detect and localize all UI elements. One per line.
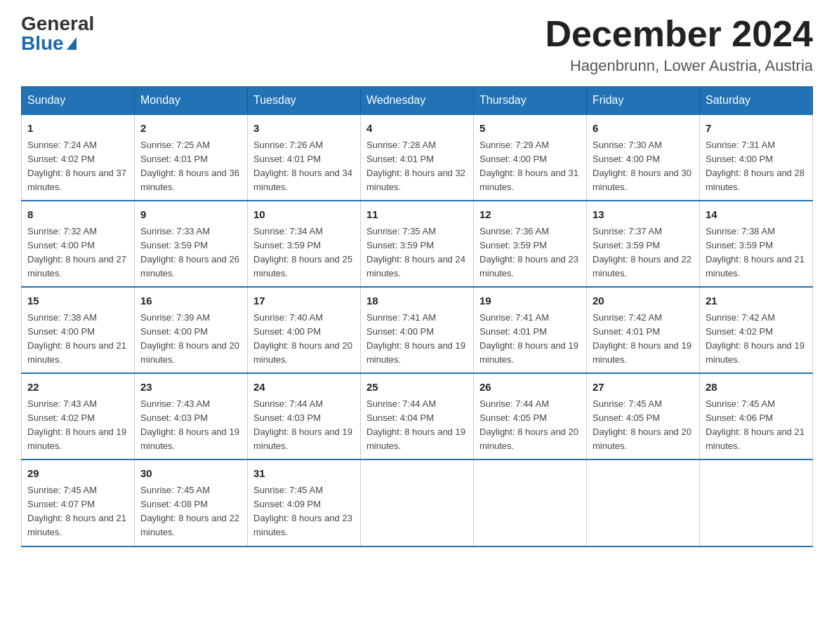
day-info: Sunrise: 7:38 AMSunset: 3:59 PMDaylight:… xyxy=(706,224,807,281)
calendar-day-cell: 5Sunrise: 7:29 AMSunset: 4:00 PMDaylight… xyxy=(474,114,587,201)
col-header-wednesday: Wednesday xyxy=(361,87,474,115)
calendar-day-cell: 6Sunrise: 7:30 AMSunset: 4:00 PMDaylight… xyxy=(587,114,700,201)
location-title: Hagenbrunn, Lower Austria, Austria xyxy=(545,57,813,75)
col-header-monday: Monday xyxy=(135,87,248,115)
day-info: Sunrise: 7:41 AMSunset: 4:01 PMDaylight:… xyxy=(479,311,581,368)
calendar-week-row: 22Sunrise: 7:43 AMSunset: 4:02 PMDayligh… xyxy=(22,373,813,459)
calendar-day-cell: 4Sunrise: 7:28 AMSunset: 4:01 PMDaylight… xyxy=(361,114,474,201)
col-header-thursday: Thursday xyxy=(474,87,587,115)
day-number: 28 xyxy=(706,380,807,396)
day-number: 25 xyxy=(366,380,468,396)
calendar-day-cell xyxy=(361,459,474,546)
logo-blue-text: Blue xyxy=(21,34,77,53)
day-info: Sunrise: 7:41 AMSunset: 4:00 PMDaylight:… xyxy=(366,311,468,368)
day-info: Sunrise: 7:42 AMSunset: 4:02 PMDaylight:… xyxy=(706,311,807,368)
day-number: 29 xyxy=(27,466,128,482)
day-info: Sunrise: 7:44 AMSunset: 4:05 PMDaylight:… xyxy=(479,397,581,454)
day-info: Sunrise: 7:36 AMSunset: 3:59 PMDaylight:… xyxy=(479,224,581,281)
logo-general-text: General xyxy=(21,14,94,34)
day-info: Sunrise: 7:38 AMSunset: 4:00 PMDaylight:… xyxy=(27,311,128,368)
day-info: Sunrise: 7:43 AMSunset: 4:02 PMDaylight:… xyxy=(27,397,128,454)
calendar-day-cell: 31Sunrise: 7:45 AMSunset: 4:09 PMDayligh… xyxy=(248,459,361,546)
calendar-day-cell xyxy=(587,459,700,546)
day-number: 19 xyxy=(479,293,581,309)
title-area: December 2024 Hagenbrunn, Lower Austria,… xyxy=(545,14,813,75)
col-header-sunday: Sunday xyxy=(22,87,135,115)
calendar-day-cell: 15Sunrise: 7:38 AMSunset: 4:00 PMDayligh… xyxy=(22,287,135,373)
day-info: Sunrise: 7:43 AMSunset: 4:03 PMDaylight:… xyxy=(140,397,241,454)
day-number: 27 xyxy=(593,380,694,396)
day-number: 3 xyxy=(253,121,355,137)
day-number: 13 xyxy=(593,207,694,223)
day-number: 4 xyxy=(366,121,468,137)
month-title: December 2024 xyxy=(545,14,813,54)
day-number: 15 xyxy=(27,293,128,309)
calendar-day-cell: 11Sunrise: 7:35 AMSunset: 3:59 PMDayligh… xyxy=(361,201,474,287)
day-number: 31 xyxy=(253,466,355,482)
calendar-week-row: 15Sunrise: 7:38 AMSunset: 4:00 PMDayligh… xyxy=(22,287,813,373)
day-info: Sunrise: 7:39 AMSunset: 4:00 PMDaylight:… xyxy=(140,311,241,368)
day-info: Sunrise: 7:33 AMSunset: 3:59 PMDaylight:… xyxy=(140,224,241,281)
col-header-friday: Friday xyxy=(587,87,700,115)
day-info: Sunrise: 7:45 AMSunset: 4:07 PMDaylight:… xyxy=(27,483,128,540)
day-info: Sunrise: 7:28 AMSunset: 4:01 PMDaylight:… xyxy=(366,138,468,195)
day-number: 9 xyxy=(140,207,241,223)
day-info: Sunrise: 7:31 AMSunset: 4:00 PMDaylight:… xyxy=(706,138,807,195)
day-number: 17 xyxy=(253,293,355,309)
day-number: 24 xyxy=(253,380,355,396)
day-info: Sunrise: 7:37 AMSunset: 3:59 PMDaylight:… xyxy=(593,224,694,281)
day-number: 10 xyxy=(253,207,355,223)
calendar-day-cell: 30Sunrise: 7:45 AMSunset: 4:08 PMDayligh… xyxy=(135,459,248,546)
calendar-day-cell: 25Sunrise: 7:44 AMSunset: 4:04 PMDayligh… xyxy=(361,373,474,459)
day-number: 7 xyxy=(706,121,807,137)
calendar-week-row: 8Sunrise: 7:32 AMSunset: 4:00 PMDaylight… xyxy=(22,201,813,287)
day-number: 5 xyxy=(479,121,581,137)
day-info: Sunrise: 7:44 AMSunset: 4:04 PMDaylight:… xyxy=(366,397,468,454)
calendar-day-cell: 12Sunrise: 7:36 AMSunset: 3:59 PMDayligh… xyxy=(474,201,587,287)
calendar-header-row: SundayMondayTuesdayWednesdayThursdayFrid… xyxy=(22,87,813,115)
calendar-day-cell: 18Sunrise: 7:41 AMSunset: 4:00 PMDayligh… xyxy=(361,287,474,373)
day-info: Sunrise: 7:44 AMSunset: 4:03 PMDaylight:… xyxy=(253,397,355,454)
day-number: 14 xyxy=(706,207,807,223)
calendar-day-cell: 3Sunrise: 7:26 AMSunset: 4:01 PMDaylight… xyxy=(248,114,361,201)
calendar-day-cell: 22Sunrise: 7:43 AMSunset: 4:02 PMDayligh… xyxy=(22,373,135,459)
day-number: 2 xyxy=(140,121,241,137)
day-info: Sunrise: 7:29 AMSunset: 4:00 PMDaylight:… xyxy=(479,138,581,195)
calendar-day-cell: 14Sunrise: 7:38 AMSunset: 3:59 PMDayligh… xyxy=(700,201,813,287)
day-info: Sunrise: 7:45 AMSunset: 4:08 PMDaylight:… xyxy=(140,483,241,540)
day-number: 11 xyxy=(366,207,468,223)
day-number: 22 xyxy=(27,380,128,396)
logo: General Blue xyxy=(21,14,94,53)
day-number: 21 xyxy=(706,293,807,309)
calendar-day-cell: 21Sunrise: 7:42 AMSunset: 4:02 PMDayligh… xyxy=(700,287,813,373)
calendar-day-cell xyxy=(474,459,587,546)
day-number: 20 xyxy=(593,293,694,309)
calendar-day-cell: 1Sunrise: 7:24 AMSunset: 4:02 PMDaylight… xyxy=(22,114,135,201)
day-info: Sunrise: 7:25 AMSunset: 4:01 PMDaylight:… xyxy=(140,138,241,195)
calendar-day-cell: 23Sunrise: 7:43 AMSunset: 4:03 PMDayligh… xyxy=(135,373,248,459)
day-number: 23 xyxy=(140,380,241,396)
logo-triangle-icon xyxy=(67,37,77,50)
day-number: 30 xyxy=(140,466,241,482)
day-info: Sunrise: 7:40 AMSunset: 4:00 PMDaylight:… xyxy=(253,311,355,368)
day-info: Sunrise: 7:30 AMSunset: 4:00 PMDaylight:… xyxy=(593,138,694,195)
day-info: Sunrise: 7:45 AMSunset: 4:05 PMDaylight:… xyxy=(593,397,694,454)
day-info: Sunrise: 7:35 AMSunset: 3:59 PMDaylight:… xyxy=(366,224,468,281)
day-info: Sunrise: 7:34 AMSunset: 3:59 PMDaylight:… xyxy=(253,224,355,281)
day-info: Sunrise: 7:24 AMSunset: 4:02 PMDaylight:… xyxy=(27,138,128,195)
day-number: 16 xyxy=(140,293,241,309)
day-number: 18 xyxy=(366,293,468,309)
day-info: Sunrise: 7:45 AMSunset: 4:09 PMDaylight:… xyxy=(253,483,355,540)
calendar-day-cell: 7Sunrise: 7:31 AMSunset: 4:00 PMDaylight… xyxy=(700,114,813,201)
calendar-day-cell: 2Sunrise: 7:25 AMSunset: 4:01 PMDaylight… xyxy=(135,114,248,201)
calendar-day-cell: 8Sunrise: 7:32 AMSunset: 4:00 PMDaylight… xyxy=(22,201,135,287)
page-header: General Blue December 2024 Hagenbrunn, L… xyxy=(21,14,813,75)
col-header-tuesday: Tuesday xyxy=(248,87,361,115)
day-info: Sunrise: 7:42 AMSunset: 4:01 PMDaylight:… xyxy=(593,311,694,368)
calendar-day-cell: 20Sunrise: 7:42 AMSunset: 4:01 PMDayligh… xyxy=(587,287,700,373)
calendar-day-cell: 19Sunrise: 7:41 AMSunset: 4:01 PMDayligh… xyxy=(474,287,587,373)
calendar-table: SundayMondayTuesdayWednesdayThursdayFrid… xyxy=(21,86,813,546)
calendar-day-cell: 9Sunrise: 7:33 AMSunset: 3:59 PMDaylight… xyxy=(135,201,248,287)
calendar-day-cell: 28Sunrise: 7:45 AMSunset: 4:06 PMDayligh… xyxy=(700,373,813,459)
calendar-day-cell: 24Sunrise: 7:44 AMSunset: 4:03 PMDayligh… xyxy=(248,373,361,459)
